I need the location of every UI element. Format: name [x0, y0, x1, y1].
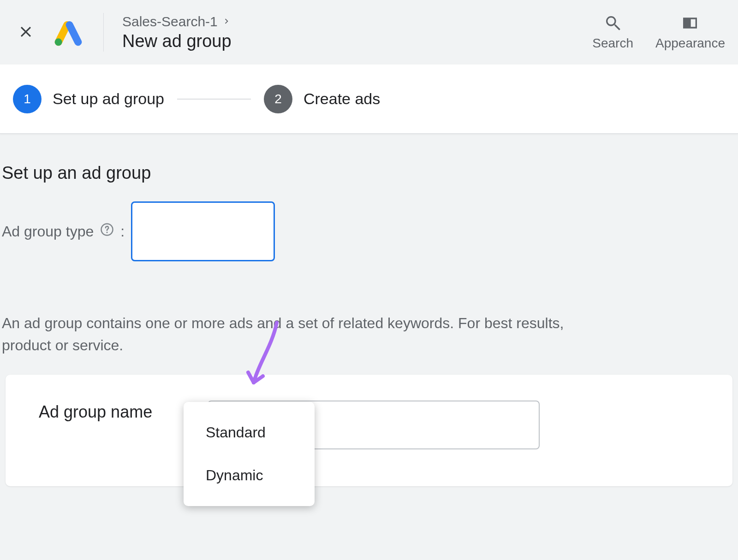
step-2[interactable]: 2 Create ads [264, 85, 380, 113]
search-label: Search [592, 36, 633, 51]
appearance-icon [681, 14, 699, 32]
close-icon [17, 23, 35, 42]
breadcrumb: Sales-Search-1 New ad group [122, 14, 232, 51]
app-header: Sales-Search-1 New ad group Search Appea… [0, 0, 738, 65]
step-1-label: Set up ad group [53, 90, 164, 108]
ad-group-type-dropdown: Standard Dynamic [184, 402, 315, 506]
dropdown-option-standard[interactable]: Standard [184, 411, 315, 454]
page-title: New ad group [122, 31, 232, 51]
header-divider [103, 13, 104, 52]
step-connector [177, 99, 251, 100]
main-content: Set up an ad group Ad group type : Stand… [0, 134, 738, 486]
ad-group-type-select[interactable] [131, 201, 275, 261]
breadcrumb-campaign[interactable]: Sales-Search-1 [122, 14, 218, 29]
svg-point-0 [55, 38, 62, 46]
type-label-suffix: : [120, 223, 125, 240]
help-icon[interactable] [100, 223, 114, 240]
ad-group-description: An ad group contains one or more ads and… [0, 261, 738, 375]
appearance-button[interactable]: Appearance [655, 14, 725, 51]
ad-group-type-row: Ad group type : [0, 201, 738, 261]
step-2-number: 2 [264, 85, 292, 113]
google-ads-logo-icon [52, 16, 85, 49]
ad-group-name-label: Ad group name [39, 401, 152, 422]
ad-group-name-card: Ad group name [6, 375, 732, 486]
search-icon [604, 14, 622, 32]
stepper: 1 Set up ad group 2 Create ads [0, 65, 738, 134]
search-button[interactable]: Search [592, 14, 633, 51]
section-title: Set up an ad group [0, 134, 738, 201]
description-line-1: An ad group contains one or more ads and… [2, 315, 564, 331]
ad-group-type-label: Ad group type [2, 223, 94, 240]
step-2-label: Create ads [304, 90, 380, 108]
chevron-right-icon [221, 14, 232, 29]
dropdown-option-dynamic[interactable]: Dynamic [184, 454, 315, 497]
description-line-2: product or service. [2, 337, 123, 354]
svg-point-2 [107, 232, 108, 233]
close-button[interactable] [13, 19, 39, 45]
step-1-number: 1 [13, 85, 42, 113]
appearance-label: Appearance [655, 36, 725, 51]
step-1[interactable]: 1 Set up ad group [13, 85, 164, 113]
header-actions: Search Appearance [592, 14, 725, 51]
